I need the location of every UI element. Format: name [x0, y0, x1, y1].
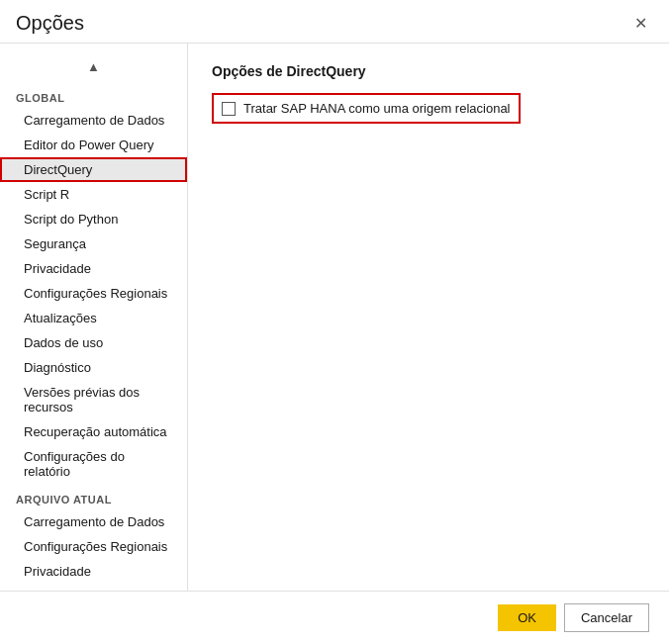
main-content: Opções de DirectQuery Tratar SAP HANA co… — [188, 44, 669, 591]
sidebar-item-seguranca[interactable]: Segurança — [0, 231, 187, 256]
section-title: Opções de DirectQuery — [212, 63, 645, 79]
options-dialog: Opções ✕ ▲ GLOBAL Carregamento de Dados … — [0, 0, 669, 644]
titlebar: Opções ✕ — [0, 0, 669, 43]
close-button[interactable]: ✕ — [628, 14, 653, 34]
dialog-body: ▲ GLOBAL Carregamento de Dados Editor do… — [0, 43, 669, 591]
sidebar-item-carregamento-dados-arquivo[interactable]: Carregamento de Dados — [0, 509, 187, 534]
sidebar-item-atualizacoes[interactable]: Atualizações — [0, 306, 187, 330]
ok-button[interactable]: OK — [498, 604, 556, 631]
arquivo-section-header: ARQUIVO ATUAL — [0, 484, 187, 509]
sidebar-item-diagnostico[interactable]: Diagnóstico — [0, 355, 187, 380]
sidebar-item-configuracoes-relatorio[interactable]: Configurações do relatório — [0, 444, 187, 484]
sidebar-item-privacidade[interactable]: Privacidade — [0, 256, 187, 281]
sidebar-item-script-r[interactable]: Script R — [0, 182, 187, 207]
sidebar-item-script-python[interactable]: Script do Python — [0, 207, 187, 231]
sidebar-item-configuracoes-regionais-arquivo[interactable]: Configurações Regionais — [0, 534, 187, 559]
sidebar-item-carregamento-dados[interactable]: Carregamento de Dados — [0, 108, 187, 133]
sidebar-item-privacidade-arquivo[interactable]: Privacidade — [0, 559, 187, 584]
sidebar-item-versoes-previas[interactable]: Versões prévias dos recursos — [0, 380, 187, 419]
sidebar-item-recuperacao-automatica-arquivo[interactable]: Recuperação automática — [0, 584, 187, 591]
sidebar-item-directquery[interactable]: DirectQuery — [0, 157, 187, 182]
sidebar-item-recuperacao-automatica[interactable]: Recuperação automática — [0, 419, 187, 444]
cancel-button[interactable]: Cancelar — [564, 603, 649, 632]
sidebar-item-dados-uso[interactable]: Dados de uso — [0, 330, 187, 355]
sap-hana-checkbox[interactable] — [222, 102, 236, 116]
sidebar-item-editor-power-query[interactable]: Editor do Power Query — [0, 133, 187, 157]
sap-hana-label: Tratar SAP HANA como uma origem relacion… — [243, 101, 511, 116]
scroll-up-arrow[interactable]: ▲ — [0, 55, 187, 78]
dialog-footer: OK Cancelar — [0, 591, 669, 644]
global-section-header: GLOBAL — [0, 82, 187, 108]
sidebar: ▲ GLOBAL Carregamento de Dados Editor do… — [0, 44, 188, 591]
sidebar-item-configuracoes-regionais[interactable]: Configurações Regionais — [0, 281, 187, 306]
option-row-sap-hana: Tratar SAP HANA como uma origem relacion… — [212, 93, 521, 124]
dialog-title: Opções — [16, 12, 84, 35]
scroll-up-area: ▲ — [0, 51, 187, 82]
